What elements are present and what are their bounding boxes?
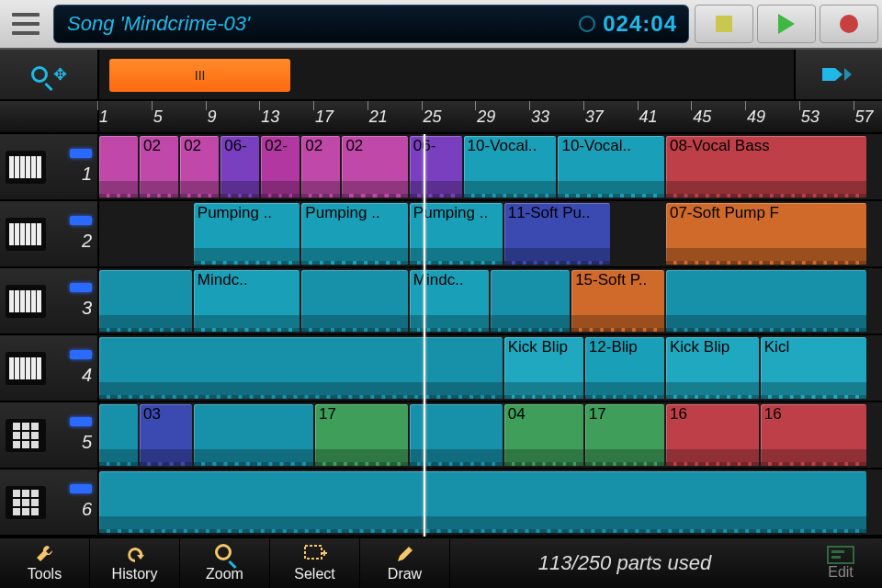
stop-button[interactable] [695,5,753,43]
ruler-tick: 33 [531,101,549,132]
clip[interactable]: Pumping .. [194,203,300,265]
clip[interactable] [99,270,192,332]
marker-icon [822,64,855,85]
clip[interactable]: 03 [140,404,192,466]
track-number: 4 [82,365,92,386]
ruler-tick: 37 [585,101,604,132]
playhead[interactable] [424,134,425,537]
track-lane[interactable]: Pumping ..Pumping ..Pumping ..11-Soft Pu… [99,201,882,268]
clip[interactable]: 04 [504,404,583,466]
magnifier-icon [31,66,48,83]
track-header[interactable]: 4 [0,335,97,402]
clip[interactable] [99,337,503,399]
draw-button[interactable]: Draw [360,538,450,588]
record-button[interactable] [820,5,878,43]
pan-arrows-icon: ✥ [53,64,67,85]
clip[interactable] [99,471,866,533]
history-button[interactable]: History [90,538,180,588]
piano-keys-icon [6,151,46,184]
clip[interactable]: Pumping .. [301,203,408,265]
piano-keys-icon [6,352,46,385]
track-meter [70,350,92,359]
clip[interactable]: 16 [666,404,759,466]
clip[interactable]: 08-Vocal Bass [666,136,866,198]
edit-button[interactable]: Edit [799,538,882,588]
song-time: 024:04 [579,11,677,37]
select-button[interactable]: Select [270,538,360,588]
timeline-ruler[interactable]: 159131721252933374145495357 [0,101,882,134]
clip[interactable]: Mindc.. [194,270,300,332]
clip[interactable]: 17 [315,404,408,466]
loop-region[interactable]: III [109,59,290,92]
ruler-tick: 17 [315,101,334,132]
menu-button[interactable] [4,6,48,41]
ruler-tick: 1 [99,101,108,132]
status-text: 113/250 parts used [450,538,799,588]
clip[interactable]: 06- [220,136,259,198]
svg-rect-1 [305,546,322,559]
magnifier-icon [215,544,235,564]
clip[interactable] [301,270,408,332]
clip[interactable]: Kick Blip [504,337,583,399]
pencil-icon [395,544,415,564]
play-button[interactable] [757,5,816,43]
zoom-button[interactable]: Zoom [180,538,270,588]
track-header[interactable]: 2 [0,201,97,268]
track-lane[interactable] [99,469,882,537]
clip[interactable]: 11-Soft Pu.. [504,203,611,265]
clip[interactable]: Kicl [761,337,867,399]
clip[interactable]: 06- [410,136,462,198]
zoom-pan-button[interactable]: ✥ [0,50,99,99]
track-meter [70,283,92,292]
history-label: History [112,566,158,582]
clip[interactable] [194,404,313,466]
song-title: Song 'Mindcrime-03' [67,12,250,36]
marker-button[interactable] [796,50,882,99]
clip[interactable]: Kick Blip [666,337,759,399]
ruler-tick: 5 [153,101,163,132]
top-bar: Song 'Mindcrime-03' 024:04 [0,0,882,50]
clip[interactable]: 02 [301,136,340,198]
clip[interactable]: 10-Vocal.. [558,136,664,198]
song-overview[interactable]: III [99,50,796,99]
track-lane[interactable]: Kick Blip12-BlipKick BlipKicl [99,335,882,402]
ruler-tick: 53 [801,101,820,132]
select-label: Select [294,566,334,582]
clip[interactable]: 10-Vocal.. [464,136,557,198]
track-header[interactable]: 6 [0,469,97,537]
clip[interactable]: Mindc.. [410,270,489,332]
overview-row: ✥ III [0,50,882,101]
tools-button[interactable]: Tools [0,538,90,588]
track-lane[interactable]: Mindc..Mindc..15-Soft P.. [99,268,882,335]
drum-grid-icon [6,486,46,519]
clip[interactable] [666,270,866,332]
song-display[interactable]: Song 'Mindcrime-03' 024:04 [53,5,689,43]
clip[interactable] [99,404,138,466]
loop-label: III [195,68,206,83]
clip[interactable] [99,136,138,198]
track-lanes[interactable]: 020206-02-020206-10-Vocal..10-Vocal..08-… [99,134,882,537]
clip[interactable]: 07-Soft Pump F [666,203,866,265]
track-meter [70,484,92,493]
clip[interactable]: 15-Soft P.. [571,270,664,332]
play-icon [778,14,795,34]
track-header[interactable]: 1 [0,134,97,201]
clip[interactable]: 17 [585,404,664,466]
track-lane[interactable]: 031704171616 [99,402,882,469]
piano-keys-icon [6,218,46,251]
track-header[interactable]: 3 [0,268,97,335]
clip[interactable] [491,270,570,332]
clip[interactable]: 02 [342,136,407,198]
clip[interactable]: 16 [761,404,867,466]
clip[interactable]: 02 [140,136,178,198]
track-lane[interactable]: 020206-02-020206-10-Vocal..10-Vocal..08-… [99,134,882,201]
clip[interactable]: 02 [180,136,219,198]
stop-icon [716,16,732,32]
clip[interactable]: 02- [261,136,300,198]
marquee-icon [303,544,327,564]
clip[interactable]: 12-Blip [585,337,664,399]
track-meter [70,216,92,225]
svg-rect-0 [822,68,835,81]
track-header[interactable]: 5 [0,402,97,469]
track-meter [70,417,92,426]
